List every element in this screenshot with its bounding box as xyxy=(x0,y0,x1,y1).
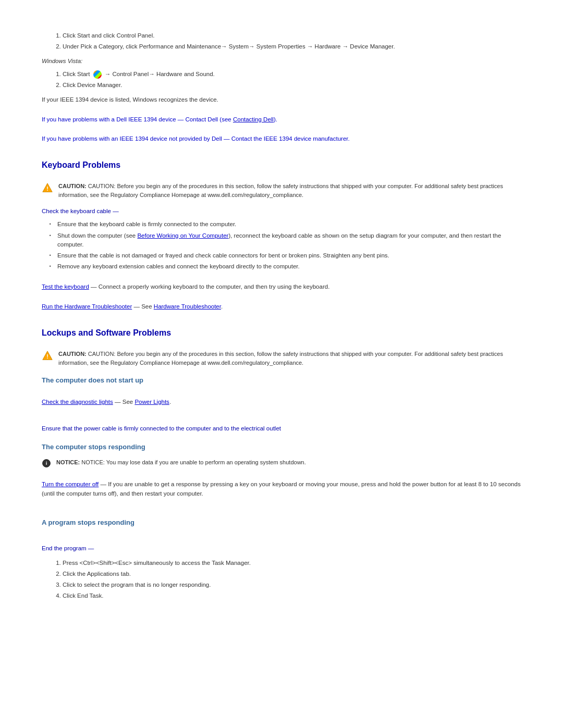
intro-list-1: Click Start and click Control Panel. Und… xyxy=(63,31,521,52)
intro-list2-item-2: Click Device Manager. xyxy=(63,81,521,90)
power-lights-link[interactable]: Power Lights xyxy=(134,399,169,405)
ieee-dell-end: ). xyxy=(274,116,277,122)
check-diag-end: . xyxy=(169,399,171,405)
stops-responding-heading: The computer stops responding xyxy=(42,442,521,452)
keyboard-bullet-3: Ensure that the cable is not damaged or … xyxy=(52,251,521,260)
ensure-power-text: Ensure that the power cable is firmly co… xyxy=(42,424,521,433)
svg-text:!: ! xyxy=(46,186,48,192)
test-keyboard-label: Test the keyboard xyxy=(42,283,89,290)
keyboard-caution-box: ! CAUTION: CAUTION: Before you begin any… xyxy=(42,182,521,199)
end-program-step-1: Press <Ctrl><Shift><Esc> simultaneously … xyxy=(63,559,521,567)
turn-off-text: Turn the computer off — If you are unabl… xyxy=(42,479,521,499)
ieee-dell-desc: Contact Dell (see xyxy=(186,116,233,122)
run-hardware-end: . xyxy=(221,303,223,310)
ieee-dell-problem-text: If you have problems with a Dell IEEE 13… xyxy=(42,115,521,124)
click-start-text: Click Start xyxy=(63,71,90,77)
turn-off-label: Turn the computer off xyxy=(42,481,99,487)
check-diag-text: Check the diagnostic lights — See Power … xyxy=(42,397,521,406)
run-hardware-desc: See xyxy=(141,303,154,310)
notice-text: NOTICE: NOTICE: You may lose data if you… xyxy=(56,458,306,467)
check-keyboard-cable-label: Check the keyboard cable — xyxy=(42,207,521,216)
keyboard-heading: Keyboard Problems xyxy=(42,159,521,171)
test-keyboard-text: Test the keyboard — Connect a properly w… xyxy=(42,282,521,291)
check-diag-label: Check the diagnostic lights xyxy=(42,399,113,405)
notice-box: i NOTICE: NOTICE: You may lose data if y… xyxy=(42,458,521,468)
lockups-caution-icon: ! xyxy=(42,350,53,362)
check-diag-dash: — xyxy=(115,399,123,405)
turn-off-desc: If you are unable to get a response by p… xyxy=(42,481,521,497)
keyboard-bullet-4: Remove any keyboard extension cables and… xyxy=(52,262,521,271)
lockups-heading: Lockups and Software Problems xyxy=(42,327,521,339)
run-hardware-text: Run the Hardware Troubleshooter — See Ha… xyxy=(42,302,521,311)
check-diag-desc: See xyxy=(123,399,135,405)
before-working-link[interactable]: Before Working on Your Computer xyxy=(137,232,228,239)
svg-text:!: ! xyxy=(46,353,48,360)
contacting-dell-link[interactable]: Contacting Dell xyxy=(233,116,274,122)
ieee-dell-problem-label: If you have problems with a Dell IEEE 13… xyxy=(42,116,176,122)
end-program-step-4: Click End Task. xyxy=(63,591,521,600)
keyboard-section: Keyboard Problems ! CAUTION: CAUTION: Be… xyxy=(42,159,521,311)
ieee-listed-text: If your IEEE 1394 device is listed, Wind… xyxy=(42,95,521,104)
keyboard-bullet-2: Shut down the computer (see Before Worki… xyxy=(52,231,521,250)
ieee-dell-dash: — xyxy=(178,116,186,122)
intro-list-2: Click Start → Control Panel→ Hardware an… xyxy=(63,70,521,90)
intro-list-item-1: Click Start and click Control Panel. xyxy=(63,31,521,40)
svg-text:i: i xyxy=(46,460,47,466)
intro-list2-item-1: Click Start → Control Panel→ Hardware an… xyxy=(63,70,521,79)
no-start-heading: The computer does not start up xyxy=(42,375,521,386)
hardware-troubleshooter-link[interactable]: Hardware Troubleshooter xyxy=(154,303,221,310)
run-hardware-label: Run the Hardware Troubleshooter xyxy=(42,303,132,310)
end-program-list: Press <Ctrl><Shift><Esc> simultaneously … xyxy=(63,559,521,601)
windows-logo-icon xyxy=(93,70,102,79)
control-panel-text: → Control Panel→ Hardware and Sound. xyxy=(105,71,215,77)
intro-list-item-2: Under Pick a Category, click Performance… xyxy=(63,42,521,51)
test-keyboard-dash: — xyxy=(91,283,99,290)
turn-off-dash: — xyxy=(101,481,108,487)
end-program-label: End the program — xyxy=(42,544,521,553)
keyboard-caution-text: CAUTION: CAUTION: Before you begin any o… xyxy=(58,182,521,199)
windows-vista-label: Windows Vista: xyxy=(42,57,521,66)
end-program-step-3: Click to select the program that is no l… xyxy=(63,581,521,589)
ieee-non-dell-problem-text: If you have problems with an IEEE 1394 d… xyxy=(42,134,521,143)
program-stops-heading: A program stops responding xyxy=(42,517,521,528)
run-hardware-dash: — xyxy=(133,303,141,310)
lockups-section: Lockups and Software Problems ! CAUTION:… xyxy=(42,327,521,600)
test-keyboard-desc: Connect a properly working keyboard to t… xyxy=(99,283,330,290)
keyboard-bullet-1: Ensure that the keyboard cable is firmly… xyxy=(52,220,521,229)
keyboard-cable-bullets: Ensure that the keyboard cable is firmly… xyxy=(52,220,521,271)
intro-section: Click Start and click Control Panel. Und… xyxy=(42,31,521,143)
notice-icon: i xyxy=(42,459,51,468)
end-program-step-2: Click the Applications tab. xyxy=(63,570,521,578)
caution-icon: ! xyxy=(42,182,53,194)
lockups-caution-box: ! CAUTION: CAUTION: Before you begin any… xyxy=(42,350,521,367)
lockups-caution-text: CAUTION: CAUTION: Before you begin any o… xyxy=(58,350,521,367)
